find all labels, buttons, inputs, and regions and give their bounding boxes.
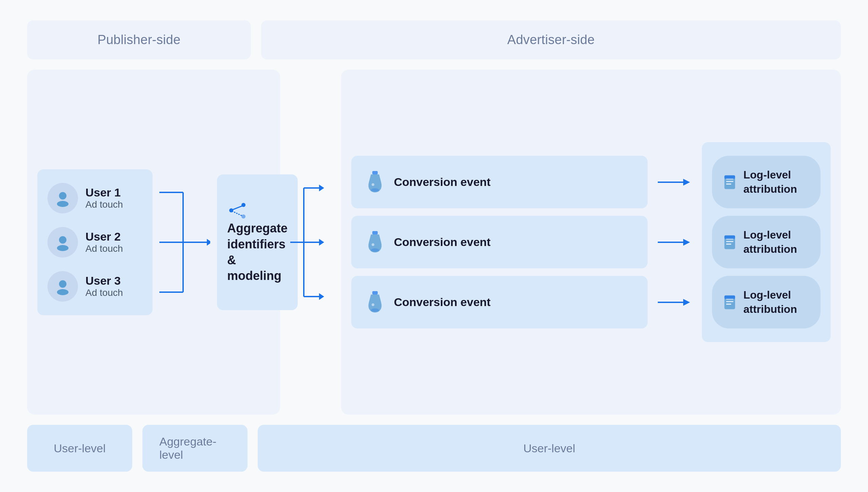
advertiser-header: Advertiser-side: [261, 20, 841, 59]
svg-marker-25: [319, 293, 324, 300]
publisher-title: Publisher-side: [98, 33, 181, 47]
attribution-text-1: Log-level attribution: [744, 168, 809, 196]
svg-rect-29: [372, 231, 378, 234]
user-1-name: User 1: [85, 186, 123, 199]
svg-point-31: [372, 243, 374, 246]
aggregate-panel: Aggregate identifiers & modeling: [217, 174, 298, 310]
arrow-2: [658, 216, 692, 268]
svg-marker-38: [683, 239, 690, 246]
svg-point-1: [57, 201, 68, 207]
user-2-sub: Ad touch: [85, 243, 123, 254]
conversion-text-3: Conversion event: [394, 295, 491, 309]
conversion-text-2: Conversion event: [394, 234, 491, 249]
bottom-user-level-adv-box: User-level: [258, 425, 841, 472]
svg-point-2: [59, 236, 66, 244]
conversion-box-1: Conversion event: [351, 156, 648, 208]
svg-rect-32: [372, 291, 378, 295]
svg-marker-11: [207, 239, 210, 246]
bottom-aggregate-level-box: Aggregate-level: [142, 425, 248, 472]
merge-connector: [159, 168, 210, 317]
arrow-1: [658, 156, 692, 208]
svg-point-30: [371, 248, 379, 252]
attribution-text-2: Log-level attribution: [744, 228, 809, 256]
user-2-name: User 2: [85, 230, 123, 243]
publisher-header: Publisher-side: [27, 20, 251, 59]
svg-rect-55: [725, 295, 735, 299]
bottom-aggregate-level-label: Aggregate-level: [159, 435, 231, 461]
conversion-icon-3: [365, 290, 385, 314]
svg-rect-43: [726, 181, 733, 182]
svg-point-34: [372, 303, 374, 306]
conversion-text-1: Conversion event: [394, 174, 491, 189]
svg-point-4: [59, 280, 66, 288]
arrow-3: [658, 276, 692, 328]
publisher-to-advertiser-arrow: [290, 70, 331, 415]
attribution-icon-3: [724, 291, 736, 314]
advertiser-title: Advertiser-side: [507, 33, 595, 47]
attribution-text-3: Log-level attribution: [744, 288, 809, 316]
user-1-sub: Ad touch: [85, 199, 123, 210]
attribution-icon-1: [724, 171, 736, 194]
user-2-item: User 2 Ad touch: [47, 227, 142, 258]
attribution-box-2: Log-level attribution: [712, 216, 821, 268]
svg-line-14: [233, 206, 242, 210]
user-2-avatar: [47, 227, 78, 258]
user-1-avatar: [47, 183, 78, 213]
attribution-icon-2: [724, 231, 736, 254]
svg-line-15: [232, 211, 242, 216]
conversion-icon-1: [365, 170, 385, 194]
publisher-main-box: User 1 Ad touch User 2 Ad touch: [27, 70, 280, 415]
attribution-box-1: Log-level attribution: [712, 156, 821, 208]
svg-rect-26: [372, 171, 378, 174]
svg-rect-53: [726, 301, 733, 302]
svg-point-28: [372, 183, 374, 186]
user-2-label: User 2 Ad touch: [85, 230, 123, 254]
svg-point-33: [371, 308, 379, 312]
user-3-avatar: [47, 271, 78, 302]
aggregate-icon: [227, 200, 248, 221]
svg-rect-45: [725, 175, 735, 178]
users-panel: User 1 Ad touch User 2 Ad touch: [37, 169, 153, 315]
bottom-labels-row: User-level Aggregate-level User-level: [27, 425, 841, 472]
svg-rect-49: [726, 243, 731, 244]
conversion-to-attribution-arrows: [658, 156, 692, 328]
svg-marker-36: [683, 179, 690, 186]
bottom-user-level-pub-label: User-level: [54, 442, 105, 455]
conversion-box-2: Conversion event: [351, 216, 648, 268]
advertiser-main-box: Conversion event Conversion event: [341, 70, 841, 415]
svg-rect-48: [726, 241, 733, 242]
svg-point-16: [241, 214, 245, 219]
user-1-label: User 1 Ad touch: [85, 186, 123, 210]
svg-point-3: [57, 245, 68, 251]
diagram-row: User 1 Ad touch User 2 Ad touch: [27, 70, 841, 415]
attribution-panel: Log-level attribution Log-level attribut…: [702, 142, 831, 342]
attribution-box-3: Log-level attribution: [712, 276, 821, 328]
aggregate-text: Aggregate identifiers & modeling: [227, 221, 288, 284]
svg-point-0: [59, 192, 66, 200]
svg-marker-20: [319, 185, 324, 191]
bottom-user-level-adv-label: User-level: [523, 442, 575, 455]
svg-rect-50: [725, 235, 735, 239]
svg-marker-22: [319, 239, 324, 246]
svg-point-5: [57, 289, 68, 295]
user-3-item: User 3 Ad touch: [47, 271, 142, 302]
svg-point-27: [371, 188, 379, 192]
conversion-icon-2: [365, 230, 385, 254]
svg-marker-40: [683, 299, 690, 306]
svg-rect-54: [726, 303, 731, 304]
bottom-user-level-pub-box: User-level: [27, 425, 132, 472]
user-3-label: User 3 Ad touch: [85, 274, 123, 298]
conversions-panel: Conversion event Conversion event: [351, 156, 648, 328]
svg-rect-44: [726, 183, 731, 184]
user-3-sub: Ad touch: [85, 287, 123, 298]
user-3-name: User 3: [85, 274, 123, 287]
header-row: Publisher-side Advertiser-side: [27, 20, 841, 59]
user-1-item: User 1 Ad touch: [47, 183, 142, 213]
conversion-box-3: Conversion event: [351, 276, 648, 328]
